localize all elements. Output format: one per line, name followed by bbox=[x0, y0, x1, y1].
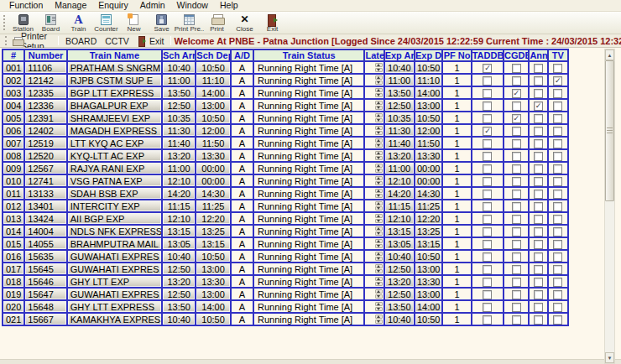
ann-checkbox[interactable]: ✓ bbox=[534, 101, 543, 111]
cell-exp-arr[interactable]: 12:10 bbox=[384, 174, 415, 187]
spinner-up-button[interactable] bbox=[375, 164, 383, 168]
cell-pf-no[interactable]: 1 bbox=[442, 149, 471, 162]
spinner-up-button[interactable] bbox=[375, 226, 383, 231]
cell-exp-dep[interactable]: 13:30 bbox=[415, 149, 442, 162]
tv-checkbox[interactable]: ✓ bbox=[553, 76, 562, 86]
cell-late[interactable] bbox=[364, 200, 384, 212]
cgdb-checkbox[interactable]: ✓ bbox=[512, 114, 521, 123]
taddb-checkbox[interactable] bbox=[483, 114, 492, 123]
cell-exp-dep[interactable]: 10:50 bbox=[415, 313, 442, 325]
cell-exp-arr[interactable]: 11:15 bbox=[384, 200, 415, 212]
cell-ad[interactable]: A bbox=[231, 212, 253, 225]
cell-sch-arr[interactable]: 13:05 bbox=[162, 237, 196, 250]
cell-train-number[interactable]: 15645 bbox=[24, 263, 67, 275]
tv-checkbox[interactable] bbox=[553, 315, 562, 325]
ann-checkbox[interactable] bbox=[534, 64, 543, 73]
menu-manage[interactable]: Manage bbox=[49, 0, 92, 11]
exit-toolbar-button[interactable]: Exit bbox=[133, 35, 169, 47]
ann-checkbox[interactable] bbox=[534, 215, 543, 224]
cell-sch-arr[interactable]: 12:50 bbox=[162, 99, 196, 112]
spinner-down-button[interactable] bbox=[375, 118, 383, 122]
cell-train-number[interactable]: 14004 bbox=[24, 225, 67, 237]
tv-checkbox[interactable] bbox=[553, 215, 562, 224]
spinner-down-button[interactable] bbox=[375, 143, 383, 148]
cell-late[interactable] bbox=[364, 162, 384, 174]
cell-late[interactable] bbox=[364, 313, 384, 325]
cell-late[interactable] bbox=[364, 74, 384, 86]
cell-train-status[interactable]: Running Right Time [A] bbox=[253, 86, 364, 99]
cell-train-name[interactable]: MAGADH EXPRESS bbox=[67, 124, 162, 137]
taddb-checkbox[interactable] bbox=[483, 202, 492, 211]
cell-train-number[interactable]: 12335 bbox=[24, 86, 67, 99]
cell-sch-arr[interactable]: 12:10 bbox=[162, 174, 196, 187]
spinner-down-button[interactable] bbox=[375, 282, 383, 286]
cell-ad[interactable]: A bbox=[231, 250, 253, 263]
spinner-up-button[interactable] bbox=[375, 126, 383, 130]
cell-ad[interactable]: A bbox=[231, 288, 253, 300]
cgdb-checkbox[interactable] bbox=[512, 177, 521, 186]
late-spinner[interactable] bbox=[375, 289, 383, 299]
tv-checkbox[interactable] bbox=[553, 164, 562, 174]
cell-late[interactable] bbox=[364, 275, 384, 288]
cell-train-status[interactable]: Running Right Time [A] bbox=[253, 137, 364, 149]
cell-sch-dep[interactable]: 13:00 bbox=[196, 99, 230, 112]
spinner-down-button[interactable] bbox=[375, 131, 383, 135]
cell-train-number[interactable]: 11106 bbox=[24, 61, 67, 74]
spinner-up-button[interactable] bbox=[375, 289, 383, 294]
spinner-up-button[interactable] bbox=[375, 239, 383, 243]
cell-exp-dep[interactable]: 11:10 bbox=[415, 74, 442, 86]
ann-checkbox[interactable] bbox=[534, 202, 543, 211]
spinner-down-button[interactable] bbox=[375, 194, 383, 198]
spinner-down-button[interactable] bbox=[375, 244, 383, 248]
cell-train-number[interactable]: 15667 bbox=[24, 313, 67, 325]
cell-train-number[interactable]: 12519 bbox=[24, 137, 67, 149]
taddb-checkbox[interactable] bbox=[483, 252, 492, 262]
cell-train-status[interactable]: Running Right Time [A] bbox=[253, 300, 364, 313]
taddb-checkbox[interactable] bbox=[483, 290, 492, 299]
cell-exp-arr[interactable]: 12:50 bbox=[384, 288, 415, 300]
taddb-checkbox[interactable] bbox=[483, 76, 492, 86]
cell-late[interactable] bbox=[364, 99, 384, 112]
cell-late[interactable] bbox=[364, 86, 384, 99]
cell-sch-dep[interactable]: 00:00 bbox=[196, 162, 230, 174]
cell-exp-dep[interactable]: 13:30 bbox=[415, 275, 442, 288]
cell-train-number[interactable]: 12567 bbox=[24, 162, 67, 174]
cell-train-number[interactable]: 12520 bbox=[24, 149, 67, 162]
counter-button[interactable]: Counter bbox=[92, 13, 120, 33]
cgdb-checkbox[interactable] bbox=[512, 215, 521, 224]
cell-late[interactable] bbox=[364, 187, 384, 200]
spinner-up-button[interactable] bbox=[375, 138, 383, 143]
cell-train-status[interactable]: Running Right Time [A] bbox=[253, 275, 364, 288]
cell-sch-dep[interactable]: 13:00 bbox=[196, 288, 230, 300]
tv-checkbox[interactable] bbox=[553, 290, 562, 299]
cell-ad[interactable]: A bbox=[231, 112, 253, 124]
tv-checkbox[interactable] bbox=[553, 278, 562, 287]
spinner-down-button[interactable] bbox=[375, 169, 383, 173]
cell-ad[interactable]: A bbox=[231, 237, 253, 250]
cell-exp-arr[interactable]: 10:35 bbox=[384, 112, 415, 124]
cell-sch-arr[interactable]: 11:30 bbox=[162, 124, 196, 137]
cell-sch-dep[interactable]: 10:50 bbox=[196, 61, 230, 74]
taddb-checkbox[interactable] bbox=[483, 177, 492, 186]
cell-train-number[interactable]: 13401 bbox=[24, 200, 67, 212]
tv-checkbox[interactable] bbox=[553, 202, 562, 211]
spinner-down-button[interactable] bbox=[375, 81, 383, 85]
cell-train-number[interactable]: 15648 bbox=[24, 300, 67, 313]
cell-pf-no[interactable]: 1 bbox=[442, 288, 471, 300]
cell-train-status[interactable]: Running Right Time [A] bbox=[253, 174, 364, 187]
cell-train-name[interactable]: RAJYA RANI EXP bbox=[67, 162, 162, 174]
taddb-checkbox[interactable] bbox=[483, 240, 492, 249]
late-spinner[interactable] bbox=[375, 189, 383, 198]
spinner-up-button[interactable] bbox=[375, 113, 383, 117]
cell-sch-arr[interactable]: 10:35 bbox=[162, 112, 196, 124]
ann-checkbox[interactable] bbox=[534, 278, 543, 287]
cell-train-number[interactable]: 15635 bbox=[24, 250, 67, 263]
cell-train-status[interactable]: Running Right Time [A] bbox=[253, 288, 364, 300]
late-spinner[interactable] bbox=[375, 126, 383, 135]
print-preview-button[interactable]: Print Pre.. bbox=[175, 13, 203, 33]
cgdb-checkbox[interactable] bbox=[512, 240, 521, 249]
cell-late[interactable] bbox=[364, 300, 384, 313]
spinner-up-button[interactable] bbox=[375, 75, 383, 80]
ann-checkbox[interactable] bbox=[534, 139, 543, 148]
cell-sch-dep[interactable]: 14:30 bbox=[196, 187, 230, 200]
